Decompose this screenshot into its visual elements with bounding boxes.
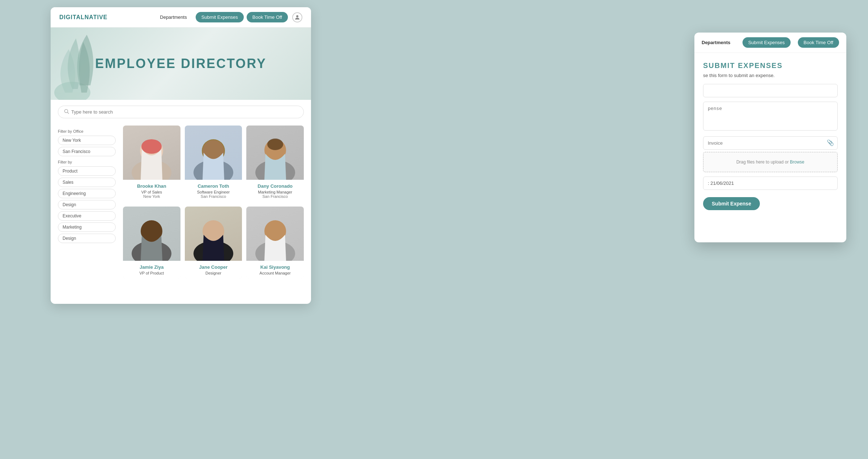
jamie-avatar (128, 207, 175, 261)
employee-role-kai: Account Manager (250, 271, 300, 275)
upload-text: Drag files here to upload or (736, 160, 789, 165)
submit-expenses-button[interactable]: Submit Expenses (196, 12, 244, 22)
dany-avatar (252, 126, 299, 180)
employee-location-dany: San Francisco (250, 194, 300, 199)
employee-name-brooke: Brooke Khan (127, 183, 177, 189)
employee-role-brooke: VP of Sales (127, 190, 177, 194)
employee-photo-kai (246, 207, 304, 261)
employee-card-cameron[interactable]: Cameron Toth Software Engineer San Franc… (185, 126, 242, 202)
content-area: Filter by Office New York San Francisco … (51, 118, 311, 286)
submit-expense-button[interactable]: Submit Expense (703, 197, 760, 210)
filter-marketing[interactable]: Marketing (58, 222, 116, 232)
hero-section: EMPLOYEE DIRECTORY (51, 27, 311, 100)
overlay-body: SUBMIT EXPENSES se this form to submit a… (694, 53, 846, 219)
employee-info-cameron: Cameron Toth Software Engineer San Franc… (185, 180, 242, 202)
attach-icon: 📎 (827, 139, 834, 146)
employee-card-jane[interactable]: Jane Cooper Designer (185, 207, 242, 279)
filter-design[interactable]: Design (58, 200, 116, 209)
employee-location-brooke: New York (127, 194, 177, 199)
employee-name-jamie: Jamie Ziya (127, 264, 177, 270)
search-row (51, 100, 311, 118)
employee-role-jane: Designer (188, 271, 239, 275)
overlay-navbar: Departments Submit Expenses Book Time Of… (694, 33, 846, 53)
filter-sales[interactable]: Sales (58, 178, 116, 187)
brooke-avatar (128, 126, 175, 180)
employee-location-cameron: San Francisco (188, 194, 239, 199)
expense-category-select[interactable] (703, 84, 838, 97)
filter-san-francisco[interactable]: San Francisco (58, 147, 116, 156)
overlay-title: SUBMIT EXPENSES (703, 61, 838, 70)
svg-line-3 (68, 112, 69, 114)
book-time-off-button[interactable]: Book Time Off (247, 12, 288, 22)
employee-photo-brooke (123, 126, 180, 180)
filters-sidebar: Filter by Office New York San Francisco … (58, 126, 116, 279)
employee-info-dany: Dany Coronado Marketing Manager San Fran… (246, 180, 304, 202)
invoice-input[interactable] (703, 136, 838, 150)
main-card: DIGITALNATIVE Departments Submit Expense… (51, 7, 311, 304)
employee-card-brooke[interactable]: Brooke Khan VP of Sales New York (123, 126, 180, 202)
employee-card-dany[interactable]: Dany Coronado Marketing Manager San Fran… (246, 126, 304, 202)
main-navbar: DIGITALNATIVE Departments Submit Expense… (51, 7, 311, 27)
filter-product[interactable]: Product (58, 166, 116, 176)
search-input[interactable] (71, 109, 298, 115)
invoice-upload-field: 📎 Drag files here to upload or Browse (703, 136, 838, 172)
dept-filter-label: Filter by (58, 160, 116, 164)
employee-photo-jane (185, 207, 242, 261)
employee-photo-jamie (123, 207, 180, 261)
cameron-avatar (190, 126, 237, 180)
overlay-submit-expenses-button[interactable]: Submit Expenses (743, 37, 791, 48)
svg-point-12 (267, 139, 283, 150)
expense-description-textarea[interactable] (703, 102, 838, 131)
user-avatar-icon[interactable] (292, 12, 302, 22)
hero-title: EMPLOYEE DIRECTORY (95, 56, 267, 71)
upload-dropzone[interactable]: Drag files here to upload or Browse (703, 152, 838, 172)
expense-description-field (703, 102, 838, 132)
filter-executive[interactable]: Executive (58, 211, 116, 221)
brand-logo: DIGITALNATIVE (59, 14, 107, 21)
employee-role-cameron: Software Engineer (188, 190, 239, 194)
browse-link[interactable]: Browse (790, 160, 804, 165)
expense-category-field (703, 84, 838, 97)
employee-info-kai: Kai Siyavong Account Manager (246, 261, 304, 279)
expense-date-input[interactable] (703, 177, 838, 190)
employee-role-jamie: VP of Product (127, 271, 177, 275)
employee-name-cameron: Cameron Toth (188, 183, 239, 189)
overlay-card: Departments Submit Expenses Book Time Of… (694, 33, 846, 242)
employee-name-jane: Jane Cooper (188, 264, 239, 270)
filter-design-2[interactable]: Design (58, 234, 116, 243)
employee-grid: Brooke Khan VP of Sales New York Camer (123, 126, 304, 279)
expense-date-field (703, 177, 838, 190)
filter-engineering[interactable]: Engineering (58, 189, 116, 198)
employee-card-kai[interactable]: Kai Siyavong Account Manager (246, 207, 304, 279)
filter-new-york[interactable]: New York (58, 136, 116, 145)
employee-card-jamie[interactable]: Jamie Ziya VP of Product (123, 207, 180, 279)
search-icon (64, 109, 69, 115)
employee-info-jane: Jane Cooper Designer (185, 261, 242, 279)
employee-photo-cameron (185, 126, 242, 180)
overlay-book-time-off-button[interactable]: Book Time Off (798, 37, 839, 48)
nav-departments[interactable]: Departments (160, 14, 187, 20)
employee-photo-dany (246, 126, 304, 180)
office-filter-label: Filter by Office (58, 129, 116, 133)
jane-avatar (190, 207, 237, 261)
svg-point-0 (296, 15, 298, 17)
overlay-nav-departments[interactable]: Departments (702, 40, 730, 45)
svg-point-6 (141, 139, 162, 154)
search-container (58, 106, 304, 118)
employee-info-jamie: Jamie Ziya VP of Product (123, 261, 180, 279)
employee-name-dany: Dany Coronado (250, 183, 300, 189)
kai-avatar (252, 207, 299, 261)
employee-role-dany: Marketing Manager (250, 190, 300, 194)
employee-info-brooke: Brooke Khan VP of Sales New York (123, 180, 180, 202)
employee-name-kai: Kai Siyavong (250, 264, 300, 270)
overlay-subtitle: se this form to submit an expense. (703, 73, 838, 78)
